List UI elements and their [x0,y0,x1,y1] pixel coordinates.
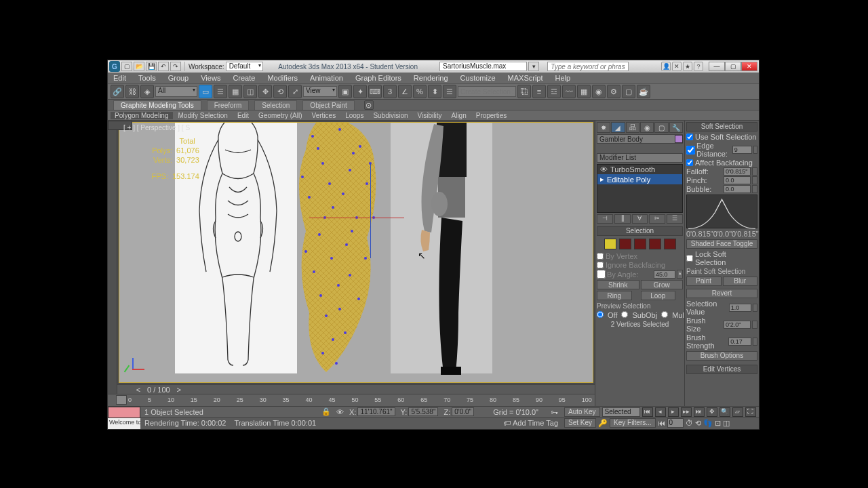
subobj-edge-icon[interactable] [619,239,631,249]
app-icon[interactable]: G [109,61,120,72]
transform-gizmo-x[interactable] [309,218,404,218]
subtab-polymodeling[interactable]: Polygon Modeling [111,112,173,119]
edge-distance-spinner[interactable] [753,146,757,154]
nav-orbit-icon[interactable]: ⟲ [695,419,701,428]
curve-editor-icon[interactable]: 〰 [562,85,576,98]
rollout-editvertices[interactable]: Edit Vertices [686,365,757,374]
ignore-backfacing-checkbox[interactable] [597,262,604,268]
cmdtab-display-icon[interactable]: ▢ [654,122,668,133]
script-listener-swatch[interactable] [108,407,140,418]
modifier-stack[interactable]: 👁TurboSmooth ▸Editable Poly [597,164,683,213]
selset-input[interactable] [458,86,516,97]
timeline[interactable]: 0510152025303540455055606570758085909510… [108,394,595,406]
isolate-icon[interactable]: 👁 [336,408,344,416]
coord-x-field[interactable]: 11'10.761" [357,407,395,416]
open-icon[interactable]: 📂 [134,62,144,71]
stack-item-editablepoly[interactable]: Editable Poly [607,176,650,184]
brush-strength-value[interactable]: 0.17 [728,338,751,346]
stack-item-turbosmooth[interactable]: TurboSmooth [610,165,655,174]
unlink-icon[interactable]: ⛓ [125,85,139,98]
link-icon[interactable]: 🔗 [111,85,124,98]
subobj-polygon-icon[interactable] [649,239,661,249]
shrink-button[interactable]: Shrink [597,280,639,289]
nav-zoom-icon[interactable]: 🔍 [719,407,730,417]
remove-mod-icon[interactable]: ✂ [649,214,665,224]
angle-snap-icon[interactable]: ∠ [398,85,412,98]
lock-softsel-checkbox[interactable] [686,255,693,262]
manipulate-icon[interactable]: ✦ [353,85,367,98]
selection-value[interactable]: 1.0 [729,304,751,312]
selection-value-spinner[interactable] [753,304,757,312]
snap-toggle-icon[interactable]: 3 [383,85,397,98]
pinch-spinner[interactable] [752,176,757,184]
listener-output[interactable]: Welcome to M [108,418,140,430]
tab-objectpaint[interactable]: Object Paint [302,100,354,110]
ribbon-expand-icon[interactable]: ⊙ [364,100,374,110]
save-icon[interactable]: 💾 [146,62,157,71]
menu-tools[interactable]: Tools [138,74,156,82]
viewport[interactable]: [ + ] [ Perspective ] [ S Total Polys:61… [119,122,593,383]
refcoord-dropdown[interactable]: View [303,86,337,97]
tab-graphite[interactable]: Graphite Modeling Tools [113,100,201,110]
render-setup-icon[interactable]: ⚙ [607,85,620,98]
goto-end-icon[interactable]: ⏭ [694,407,705,417]
falloff-value[interactable]: 0'0.815" [724,167,751,176]
preview-subobj-radio[interactable] [621,311,628,318]
rollout-softselection[interactable]: Soft Selection [686,122,757,131]
by-vertex-checkbox[interactable] [597,253,604,260]
object-color-swatch[interactable] [675,135,683,143]
bubble-value[interactable]: 0.0 [724,185,751,193]
menu-grapheditors[interactable]: Graph Editors [355,74,401,82]
new-icon[interactable]: ▢ [121,62,132,71]
pin-stack-icon[interactable]: ⊣ [597,214,613,224]
key-icon[interactable]: 🗝 [551,408,558,416]
subobj-border-icon[interactable] [634,239,646,249]
redo-icon[interactable]: ↷ [170,62,181,71]
subtab-properties[interactable]: Properties [472,112,511,119]
coord-y-field[interactable]: 5'5.538" [408,407,438,416]
setkey-large-icon[interactable]: 🔑 [598,419,608,428]
add-timetag-button[interactable]: Add Time Tag [513,419,558,427]
layers-icon[interactable]: ☲ [547,85,561,98]
rotate-icon[interactable]: ⟲ [273,85,287,98]
affect-backfacing-checkbox[interactable] [686,159,693,166]
pinch-value[interactable]: 0.0 [724,176,751,184]
menu-animation[interactable]: Animation [310,74,343,82]
close-button[interactable]: ✕ [741,62,757,71]
configure-icon[interactable]: ☰ [667,214,683,224]
viewport-label[interactable]: [ + ] [ Perspective ] [ S [123,124,190,131]
signin-icon[interactable]: 👤 [661,62,671,71]
ring-spinner[interactable] [633,291,639,300]
subtab-align[interactable]: Align [447,112,470,119]
brush-size-spinner[interactable] [752,321,757,329]
nav-pan-icon[interactable]: ✥ [707,407,717,417]
select-icon[interactable]: ▭ [199,85,212,98]
by-angle-value[interactable]: 45.0 [654,270,675,279]
render-icon[interactable]: ☕ [637,85,650,98]
subobj-element-icon[interactable] [664,239,676,249]
select-region-icon[interactable]: ▦ [229,85,242,98]
align-icon[interactable]: ≡ [532,85,546,98]
falloff-spinner[interactable] [752,167,757,176]
use-softsel-checkbox[interactable] [686,134,693,140]
current-frame-field[interactable]: 0 [667,418,684,428]
cmdtab-modify-icon[interactable]: ◢ [611,122,625,133]
subtab-geometry[interactable]: Geometry (All) [254,112,306,119]
by-angle-checkbox[interactable] [597,270,606,279]
menu-create[interactable]: Create [233,74,255,82]
minimize-button[interactable]: — [709,62,725,71]
cmdtab-utilities-icon[interactable]: 🔧 [669,122,683,133]
subtab-subdivision[interactable]: Subdivision [369,112,412,119]
tab-selection[interactable]: Selection [254,100,297,110]
menu-group[interactable]: Group [168,74,189,82]
paint-button[interactable]: Paint [686,277,722,286]
timetag-icon[interactable]: 🏷 [503,419,511,427]
nav-maximize-icon[interactable]: ⛶ [745,407,756,417]
menu-rendering[interactable]: Rendering [414,74,448,82]
recent-files-icon[interactable]: ▾ [528,62,539,71]
brush-strength-spinner[interactable] [753,338,757,346]
search-input[interactable] [547,62,629,71]
brush-options-button[interactable]: Brush Options [686,351,757,361]
setkey-button[interactable]: Set Key [564,418,596,428]
preview-off-radio[interactable] [597,311,604,318]
